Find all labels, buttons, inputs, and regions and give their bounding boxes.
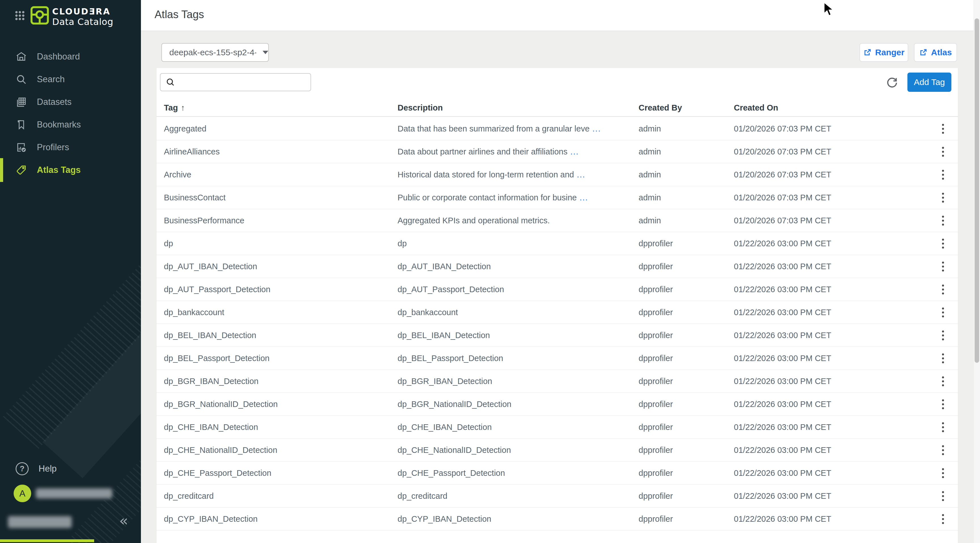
table-header: Tag↑ Description Created By Created On [156, 99, 958, 117]
created-by-cell: dpprofiler [639, 285, 734, 294]
sidebar: CLOUDƎRA Data Catalog Dashboard Search [0, 0, 141, 543]
created-by-cell: admin [639, 216, 734, 225]
row-actions-menu-icon[interactable] [936, 374, 950, 388]
created-on-cell: 01/22/2026 03:00 PM CET [734, 422, 932, 432]
toolbar: deepak-ecs-155-sp2-4-d... Ranger Atlas [141, 31, 974, 68]
cluster-dropdown[interactable]: deepak-ecs-155-sp2-4-d... [161, 43, 269, 62]
username-redacted [36, 488, 112, 499]
sidebar-bottom: ? Help A « [0, 452, 141, 543]
row-actions-menu-icon[interactable] [936, 489, 950, 503]
created-on-cell: 01/22/2026 03:00 PM CET [734, 514, 932, 524]
help-label: Help [38, 464, 57, 474]
created-by-cell: dpprofiler [639, 239, 734, 248]
help-button[interactable]: ? Help [0, 457, 57, 480]
atlas-button[interactable]: Atlas [914, 43, 957, 62]
sidebar-item-bookmarks[interactable]: Bookmarks [0, 113, 141, 136]
row-actions-menu-icon[interactable] [936, 282, 950, 297]
table-row[interactable]: dp_CHE_IBAN_Detection dp_CHE_IBAN_Detect… [156, 416, 958, 439]
row-actions-menu-icon[interactable] [936, 237, 950, 251]
row-actions-menu-icon[interactable] [936, 351, 950, 365]
row-actions-menu-icon[interactable] [936, 191, 950, 205]
sidebar-item-dashboard[interactable]: Dashboard [0, 45, 141, 68]
table-row[interactable]: dp_CYP_IBAN_Detection dp_CYP_IBAN_Detect… [156, 508, 958, 530]
user-menu[interactable]: A [0, 483, 112, 503]
page-title: Atlas Tags [154, 8, 204, 21]
table-row[interactable]: dp_CHE_NationalID_Detection dp_CHE_Natio… [156, 439, 958, 462]
table-row[interactable]: dp_bankaccount dp_bankaccount dpprofiler… [156, 301, 958, 324]
tag-name-cell: dp_BGR_NationalID_Detection [164, 400, 398, 409]
sidebar-item-atlas-tags[interactable]: Atlas Tags [0, 159, 141, 181]
expand-description-link[interactable]: ... [592, 124, 601, 133]
refresh-button[interactable] [885, 75, 899, 90]
table-row[interactable]: dp_creditcard dp_creditcard dpprofiler 0… [156, 484, 958, 508]
table-row[interactable]: Aggregated Data that has been summarized… [156, 117, 958, 140]
row-actions-menu-icon[interactable] [936, 259, 950, 273]
scrollbar[interactable] [974, 0, 980, 543]
row-actions-menu-icon[interactable] [936, 328, 950, 342]
ranger-button-label: Ranger [875, 48, 904, 57]
created-by-cell: dpprofiler [639, 354, 734, 363]
collapse-sidebar-button[interactable]: « [119, 513, 128, 528]
expand-description-link[interactable]: ... [570, 147, 579, 156]
table-row[interactable]: BusinessPerformance Aggregated KPIs and … [156, 209, 958, 232]
refresh-icon [886, 76, 899, 89]
sidebar-item-profilers[interactable]: Profilers [0, 136, 141, 159]
row-actions-menu-icon[interactable] [936, 512, 950, 526]
column-header-created-on[interactable]: Created On [734, 103, 932, 113]
row-actions-menu-icon[interactable] [936, 443, 950, 457]
row-actions-menu-icon[interactable] [936, 144, 950, 159]
ranger-button[interactable]: Ranger [859, 43, 908, 62]
profilers-icon [16, 142, 27, 153]
scrollbar-thumb[interactable] [975, 18, 979, 363]
expand-description-link[interactable]: ... [580, 193, 588, 202]
row-actions-menu-icon[interactable] [936, 466, 950, 480]
table-row[interactable]: AirlineAlliances Data about partner airl… [156, 140, 958, 163]
row-actions-menu-icon[interactable] [936, 305, 950, 319]
progress-bar [0, 539, 94, 542]
tags-card: Add Tag Tag↑ Description Created By Crea… [156, 68, 958, 543]
table-row[interactable]: dp dp dpprofiler 01/22/2026 03:00 PM CET [156, 232, 958, 255]
tag-name-cell: BusinessPerformance [164, 216, 398, 225]
table-row[interactable]: BusinessContact Public or corporate cont… [156, 186, 958, 209]
add-tag-button[interactable]: Add Tag [907, 73, 951, 92]
column-header-description[interactable]: Description [398, 103, 639, 113]
table-row[interactable]: dp_CHE_Passport_Detection dp_CHE_Passpor… [156, 462, 958, 484]
table-row[interactable]: dp_BEL_Passport_Detection dp_BEL_Passpor… [156, 347, 958, 370]
row-actions-menu-icon[interactable] [936, 397, 950, 411]
tag-name-cell: dp_CYP_IBAN_Detection [164, 514, 398, 524]
row-actions-menu-icon[interactable] [936, 213, 950, 227]
page-header: Atlas Tags [141, 0, 974, 31]
created-on-cell: 01/22/2026 03:00 PM CET [734, 354, 932, 363]
description-cell: dp_CYP_IBAN_Detection [398, 514, 639, 524]
description-cell: Data that has been summarized from a gra… [398, 124, 639, 133]
row-actions-menu-icon[interactable] [936, 122, 950, 136]
created-by-cell: dpprofiler [639, 331, 734, 340]
tag-name-cell: dp_BEL_IBAN_Detection [164, 331, 398, 340]
sort-ascending-icon: ↑ [181, 103, 185, 112]
column-header-tag[interactable]: Tag↑ [164, 103, 398, 113]
brand-text: CLOUDƎRA Data Catalog [52, 7, 113, 27]
table-row[interactable]: dp_BEL_IBAN_Detection dp_BEL_IBAN_Detect… [156, 324, 958, 347]
column-header-created-by[interactable]: Created By [639, 103, 734, 113]
row-actions-menu-icon[interactable] [936, 420, 950, 434]
table-row[interactable]: dp_AUT_IBAN_Detection dp_AUT_IBAN_Detect… [156, 255, 958, 278]
created-on-cell: 01/22/2026 03:00 PM CET [734, 377, 932, 386]
table-row[interactable]: dp_AUT_Passport_Detection dp_AUT_Passpor… [156, 278, 958, 301]
tag-name-cell: dp_AUT_Passport_Detection [164, 285, 398, 294]
tag-name-cell: dp_BGR_IBAN_Detection [164, 377, 398, 386]
expand-description-link[interactable]: ... [577, 170, 585, 179]
created-on-cell: 01/22/2026 03:00 PM CET [734, 308, 932, 317]
search-input[interactable] [179, 74, 310, 90]
sidebar-item-datasets[interactable]: Datasets [0, 90, 141, 113]
row-actions-menu-icon[interactable] [936, 167, 950, 182]
tag-name-cell: dp [164, 239, 398, 248]
table-row[interactable]: Archive Historical data stored for long-… [156, 163, 958, 186]
app-switcher-icon[interactable] [15, 11, 25, 21]
sidebar-item-search[interactable]: Search [0, 68, 141, 90]
created-by-cell: admin [639, 147, 734, 156]
table-row[interactable]: dp_BGR_IBAN_Detection dp_BGR_IBAN_Detect… [156, 370, 958, 393]
created-on-cell: 01/22/2026 03:00 PM CET [734, 239, 932, 248]
table-row[interactable]: dp_BGR_NationalID_Detection dp_BGR_Natio… [156, 393, 958, 416]
created-on-cell: 01/20/2026 07:03 PM CET [734, 170, 932, 179]
tag-name-cell: dp_creditcard [164, 491, 398, 501]
